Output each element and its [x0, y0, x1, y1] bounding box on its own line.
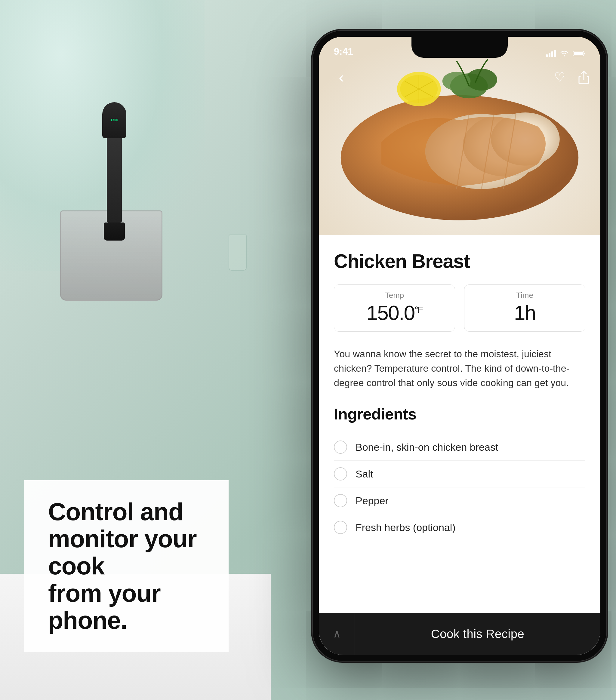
ingredient-label: Fresh herbs (optional) — [356, 522, 456, 534]
ingredient-item[interactable]: Salt — [334, 461, 585, 487]
share-icon — [578, 71, 590, 84]
stick-head: 1300 — [102, 102, 126, 138]
chevron-up-icon: ∧ — [333, 627, 341, 640]
stick-base — [104, 223, 125, 240]
time-value: 1h — [473, 302, 576, 323]
svg-rect-2 — [574, 52, 583, 55]
stick-body — [107, 138, 122, 223]
svg-rect-1 — [584, 53, 585, 54]
cook-recipe-button[interactable]: Cook this Recipe — [355, 613, 600, 655]
share-button[interactable] — [573, 67, 594, 88]
cook-parameters: Temp 150.0°F Time 1h — [334, 285, 585, 332]
status-icons — [546, 50, 585, 57]
expand-button[interactable]: ∧ — [319, 613, 355, 655]
time-card[interactable]: Time 1h — [464, 285, 585, 332]
ingredient-checkbox[interactable] — [334, 440, 347, 454]
left-text-panel: Control and monitor your cook from your … — [24, 480, 229, 652]
signal-icon — [546, 50, 556, 57]
svg-point-13 — [442, 72, 471, 90]
temp-value: 150.0°F — [343, 302, 446, 323]
svg-point-12 — [466, 68, 497, 90]
ingredient-label: Pepper — [356, 495, 389, 507]
status-time: 9:41 — [334, 46, 353, 57]
phone-frame: 9:41 — [312, 30, 607, 662]
counter-jar — [229, 235, 247, 271]
recipe-description: You wanna know the secret to the moistes… — [334, 347, 585, 390]
back-button[interactable]: ‹ — [331, 67, 352, 88]
ingredient-item[interactable]: Fresh herbs (optional) — [334, 514, 585, 541]
wifi-icon — [559, 50, 569, 57]
ingredient-checkbox[interactable] — [334, 467, 347, 480]
temp-label: Temp — [343, 291, 446, 300]
sous-vide-stick: 1300 — [102, 102, 126, 240]
recipe-hero-image: ‹ ♡ — [319, 37, 600, 235]
back-icon: ‹ — [339, 70, 344, 85]
headline-text: Control and monitor your cook from your … — [48, 498, 211, 634]
battery-icon — [573, 50, 585, 57]
ingredient-item[interactable]: Bone-in, skin-on chicken breast — [334, 434, 585, 461]
ingredient-item[interactable]: Pepper — [334, 487, 585, 514]
favorite-button[interactable]: ♡ — [549, 67, 570, 88]
recipe-title: Chicken Breast — [334, 250, 585, 272]
ingredient-checkbox[interactable] — [334, 494, 347, 507]
device-display: 1300 — [110, 118, 119, 122]
cook-recipe-label: Cook this Recipe — [431, 627, 524, 641]
phone-notch — [411, 37, 508, 58]
heart-icon: ♡ — [554, 71, 566, 84]
ingredient-label: Salt — [356, 468, 373, 480]
phone-mockup: 9:41 — [312, 30, 607, 662]
food-visual — [319, 37, 600, 235]
time-label: Time — [473, 291, 576, 300]
ingredient-checkbox[interactable] — [334, 521, 347, 534]
chicken-illustration — [319, 37, 600, 235]
sous-vide-device: 1300 — [54, 60, 174, 301]
temp-card[interactable]: Temp 150.0°F — [334, 285, 455, 332]
phone-screen: 9:41 — [319, 37, 600, 655]
ingredient-label: Bone-in, skin-on chicken breast — [356, 441, 498, 453]
bottom-action-bar: ∧ Cook this Recipe — [319, 613, 600, 655]
ingredients-heading: Ingredients — [334, 405, 585, 423]
recipe-content: Chicken Breast Temp 150.0°F Time 1h — [319, 235, 600, 655]
